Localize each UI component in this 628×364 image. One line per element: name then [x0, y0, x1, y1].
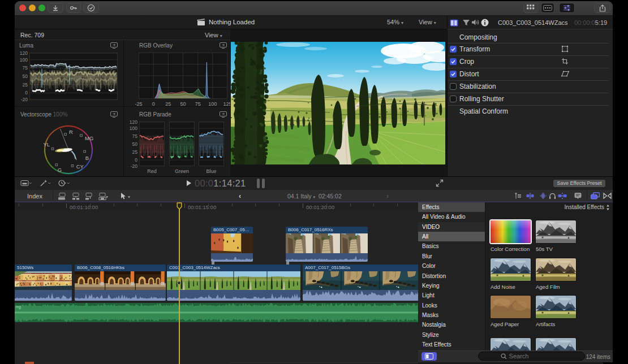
svg-text:MG: MG	[85, 135, 93, 141]
svg-text:YL: YL	[44, 141, 50, 148]
svg-text:R: R	[69, 129, 73, 135]
svg-text:G: G	[58, 167, 62, 173]
svg-text:B: B	[85, 155, 89, 161]
svg-text:CY: CY	[76, 163, 84, 170]
